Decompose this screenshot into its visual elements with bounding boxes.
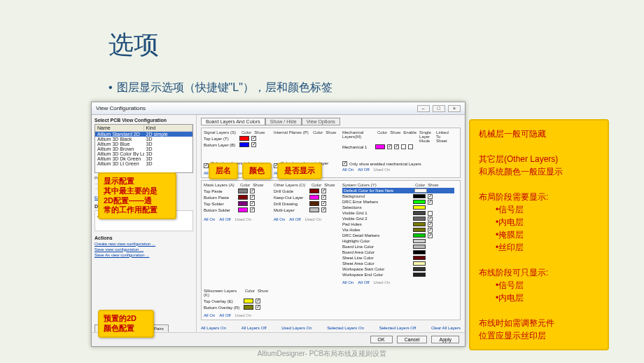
mask-other-sys-panel: Mask Layers (A)ColorShow Top Paste Botto… xyxy=(201,180,461,320)
layer-row[interactable]: Bottom Overlay (R) xyxy=(204,304,268,310)
apply-button[interactable]: Apply xyxy=(431,336,459,343)
mech-layers-header: Mechanical Layers(M) xyxy=(342,130,374,143)
tab-show-hide[interactable]: Show / Hide xyxy=(265,118,302,125)
layer-row-bottom[interactable]: Bottom Layer (B) xyxy=(204,142,268,148)
color-swatch[interactable] xyxy=(239,142,249,147)
config-row[interactable]: Altium 3D Brown3D xyxy=(95,146,192,151)
all-layers-on-link[interactable]: All Layers On xyxy=(201,326,226,330)
sys-row[interactable]: DRC Error Markers xyxy=(342,199,454,205)
used-layers-on-link[interactable]: Used Layers On xyxy=(281,326,312,330)
layer-row[interactable]: Drill Drawing xyxy=(274,200,337,207)
notes-box: 机械层一般可隐藏 其它层(Other Layers) 和系统颜色一般应显示 布局… xyxy=(469,119,609,350)
config-row[interactable]: Altium 3D Color By Layer3D xyxy=(95,151,192,156)
only-show-stack-checkbox[interactable] xyxy=(204,163,209,168)
layer-row[interactable]: Drill Guide xyxy=(274,188,337,194)
signal-layers-header: Signal Layers (S) xyxy=(204,130,239,135)
actions-header: Actions xyxy=(94,235,193,240)
selected-layers-on-link[interactable]: Selected Layers On xyxy=(327,326,364,330)
cancel-button[interactable]: Cancel xyxy=(397,336,428,343)
single-checkbox[interactable] xyxy=(401,144,406,149)
select-config-label: Select PCB View Configuration xyxy=(94,118,193,123)
enable-checkbox[interactable] xyxy=(394,144,399,149)
internal-planes-header: Internal Planes (P) xyxy=(274,130,310,135)
right-pane: Board Layers And Colors Show / Hide View… xyxy=(197,115,465,332)
layer-row[interactable]: Bottom Solder xyxy=(204,207,268,213)
slide-subtitle: •图层显示选项（快捷键"L"），层和颜色标签 xyxy=(108,81,332,95)
right-tabs: Board Layers And Colors Show / Hide View… xyxy=(201,118,461,125)
callout-profiles: 预置的2D 颜色配置 xyxy=(98,310,154,338)
callout-color: 颜色 xyxy=(242,163,272,179)
layer-row[interactable]: Top Overlay (E) xyxy=(204,298,268,304)
left-pane: Select PCB View Configuration NameKind A… xyxy=(92,115,197,332)
sys-row[interactable]: Highlight Color xyxy=(342,238,454,244)
signal-planes-mech-panel: Signal Layers (S)ColorShow Top Layer (T)… xyxy=(201,128,461,178)
col-name[interactable]: Name xyxy=(95,125,144,131)
sys-row[interactable]: DRC Detail Markers xyxy=(342,233,454,238)
layer-row[interactable]: Bottom Paste xyxy=(204,194,268,200)
callout-layername: 层名 xyxy=(209,163,238,179)
slide-footer: AltiumDesigner- PCB布局布线及规则设置 xyxy=(0,349,644,359)
color-swatch[interactable] xyxy=(239,136,249,141)
layer-row-mech1[interactable]: Mechanical 1 xyxy=(342,144,454,150)
config-row[interactable]: Altium 3D Lt Green3D xyxy=(95,161,192,166)
show-checkbox[interactable] xyxy=(251,142,256,147)
layer-row[interactable]: Top Solder xyxy=(204,200,268,207)
layer-row-top[interactable]: Top Layer (T) xyxy=(204,135,268,142)
save-as-config-link[interactable]: Save As view configuration ... xyxy=(94,253,193,257)
layer-row[interactable]: Multi-Layer xyxy=(274,207,337,213)
sys-row[interactable]: Workspace End Color xyxy=(342,272,454,278)
layer-row[interactable]: Keep-Out Layer xyxy=(274,194,337,200)
bottom-links: All Layers On All Layers Off Used Layers… xyxy=(201,326,461,330)
dialog-titlebar[interactable]: View Configurations – □ × xyxy=(92,102,465,115)
minimize-icon[interactable]: – xyxy=(417,105,430,112)
show-checkbox[interactable] xyxy=(387,144,392,149)
sys-row[interactable]: Sheet Line Color xyxy=(342,255,454,261)
config-row[interactable]: Altium 3D Black3D xyxy=(95,137,192,142)
linked-checkbox[interactable] xyxy=(408,144,413,149)
sys-row[interactable]: Default Color for New Nets xyxy=(342,188,454,193)
slide-title: 选项 xyxy=(108,28,159,62)
config-row[interactable]: Altium 3D Blue3D xyxy=(95,142,192,146)
only-show-mech-checkbox[interactable] xyxy=(342,161,347,166)
dialog-title: View Configurations xyxy=(96,105,146,111)
sys-row[interactable]: Selections xyxy=(342,205,454,210)
tab-board-layers[interactable]: Board Layers And Colors xyxy=(201,118,265,125)
config-list[interactable]: NameKind Altium Standard 2D2D simple Alt… xyxy=(94,124,193,173)
sys-row[interactable]: Via Holes xyxy=(342,227,454,233)
sys-row[interactable]: Visible Grid 2 xyxy=(342,216,454,221)
sys-row[interactable]: Pad Holes xyxy=(342,221,454,227)
sys-row[interactable]: Board Area Color xyxy=(342,249,454,255)
tab-view-options[interactable]: View Options xyxy=(302,118,340,125)
other-layers-header: Other Layers (O) xyxy=(274,183,309,187)
sys-row[interactable]: Background xyxy=(342,193,454,199)
all-layers-off-link[interactable]: All Layers Off xyxy=(241,326,267,330)
sys-row[interactable]: Sheet Area Color xyxy=(342,261,454,266)
mask-layers-header: Mask Layers (A) xyxy=(204,183,237,187)
color-swatch[interactable] xyxy=(375,144,385,149)
sys-row[interactable]: Board Line Color xyxy=(342,244,454,249)
selected-layers-off-link[interactable]: Selected Layers Off xyxy=(379,326,416,330)
ok-button[interactable]: OK xyxy=(370,336,393,343)
config-row[interactable]: Altium Standard 2D2D simple xyxy=(95,132,192,137)
col-kind[interactable]: Kind xyxy=(144,125,193,131)
sys-row[interactable]: Visible Grid 1 xyxy=(342,210,454,216)
show-checkbox[interactable] xyxy=(251,136,256,141)
sys-row[interactable]: Workspace Start Color xyxy=(342,266,454,272)
create-new-config-link[interactable]: Create new view configuration ... xyxy=(94,242,193,246)
window-buttons: – □ × xyxy=(416,105,461,112)
save-config-link[interactable]: Save view configuration ... xyxy=(94,247,193,252)
layer-row[interactable]: Top Paste xyxy=(204,188,268,194)
silkscreen-header: Silkscreen Layers (K) xyxy=(204,289,242,297)
config-row[interactable]: Altium 3D Dk Green3D xyxy=(95,156,192,161)
system-colors-header: System Colors (Y) xyxy=(342,183,412,187)
callout-display-config: 显示配置 其中最主要的是 2D配置——通 常的工作用配置 xyxy=(98,172,176,219)
maximize-icon[interactable]: □ xyxy=(433,105,445,112)
callout-show: 是否显示 xyxy=(277,163,322,179)
close-icon[interactable]: × xyxy=(448,105,461,112)
clear-all-layers-link[interactable]: Clear All Layers xyxy=(431,326,461,330)
